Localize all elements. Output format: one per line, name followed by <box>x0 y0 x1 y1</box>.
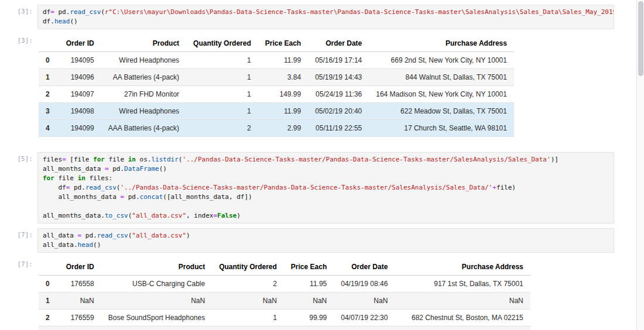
table-cell: NaN <box>59 293 101 310</box>
column-header: Purchase Address <box>395 259 530 276</box>
row-index: 0 <box>39 276 59 293</box>
dataframe-table: Order IDProductQuantity OrderedPrice Eac… <box>39 35 514 137</box>
table-cell: 917 1st St, Dallas, TX 75001 <box>395 276 530 293</box>
code-token-fn: read_csv <box>70 8 101 16</box>
table-cell: 194097 <box>59 86 101 103</box>
table-cell: 1 <box>212 310 284 326</box>
code-token-fn: read_csv <box>85 184 117 191</box>
column-header: Price Each <box>284 259 334 276</box>
execution-prompt: [3]: <box>0 34 37 44</box>
table-row: 219409727in FHD Monitor1149.9905/24/19 1… <box>39 86 514 103</box>
code-token-txt: df <box>43 184 66 191</box>
table-cell: 11.99 <box>258 52 308 69</box>
code-token-txt: file <box>105 156 128 163</box>
table-cell: 05/24/19 11:36 <box>308 86 369 103</box>
table-cell: 176560 <box>59 326 101 330</box>
table-cell: 27in FHD Monitor <box>101 86 186 103</box>
code-token-str: "all_data.csv" <box>132 212 186 219</box>
code-token-fn: to_csv <box>105 212 128 219</box>
code-token-fn: read_csv <box>97 232 128 239</box>
table-cell: 05/19/19 14:43 <box>308 69 369 86</box>
table-cell: 17 Church St, Seattle, WA 98101 <box>369 120 514 137</box>
code-editor[interactable]: all_data = pd.read_csv("all_data.csv")al… <box>37 228 614 253</box>
column-header: Order Date <box>308 35 369 52</box>
table-cell: 194095 <box>59 52 101 69</box>
table-cell: 669 2nd St, New York City, NY 10001 <box>369 52 514 69</box>
column-header: Product <box>101 35 186 52</box>
code-token-fn: head <box>78 241 94 249</box>
column-header: Purchase Address <box>369 35 514 52</box>
column-header: Order ID <box>59 35 101 52</box>
code-line: all_months_data.to_csv("all_data.csv", i… <box>43 211 609 221</box>
column-header: Order ID <box>59 259 101 276</box>
code-token-txt: file <box>54 174 78 182</box>
table-cell: 05/02/19 20:40 <box>308 103 369 120</box>
column-header: Order Date <box>334 259 395 276</box>
code-editor[interactable]: df= pd.read_csv(r"C:\Users\mayur\Downloa… <box>37 5 614 29</box>
index-column-header <box>39 35 59 52</box>
code-line: all_data = pd.read_csv("all_data.csv") <box>43 231 609 240</box>
table-cell: 1 <box>186 103 258 120</box>
output-area: Order IDProductQuantity OrderedPrice Eac… <box>37 34 636 137</box>
header-row: Order IDProductQuantity OrderedPrice Eac… <box>39 35 514 52</box>
code-token-txt: () <box>93 241 101 249</box>
table-cell: NaN <box>334 293 395 310</box>
output-area: Order IDProductQuantity OrderedPrice Eac… <box>37 257 636 330</box>
code-token-str: '../Pandas-Data-Science-Tasks-master/Pan… <box>120 184 492 191</box>
column-header: Quantity Ordered <box>212 259 284 276</box>
table-cell: 194098 <box>59 103 101 120</box>
code-token-kw: False <box>217 212 237 219</box>
table-cell: 2 <box>212 276 284 293</box>
code-token-op: = <box>50 8 54 16</box>
table-cell: 1 <box>186 52 258 69</box>
code-token-fn: concat <box>140 193 163 201</box>
code-token-str: r"C:\Users\mayur\Downloads\Pandas-Data-S… <box>105 8 614 16</box>
code-token-txt: files <box>43 156 62 163</box>
table-cell: 194096 <box>59 69 101 86</box>
table-cell: 176559 <box>59 310 101 326</box>
code-token-kw: in <box>78 174 85 182</box>
table-cell: 682 Chestnut St, Boston, MA 02215 <box>395 310 530 326</box>
code-token-txt: [file <box>66 156 93 163</box>
row-index: 1 <box>39 69 59 86</box>
scrollbar-thumb[interactable] <box>638 1 643 76</box>
table-cell: NaN <box>395 293 530 310</box>
table-cell: 600 <box>284 326 334 330</box>
code-token-txt: ) <box>186 232 190 239</box>
table-cell: 04/19/19 08:46 <box>334 276 395 293</box>
vertical-scrollbar[interactable] <box>636 0 644 330</box>
code-token-txt: files: <box>85 174 112 182</box>
code-token-txt: , index <box>186 212 213 219</box>
row-index: 2 <box>39 310 59 326</box>
table-row: 3176560Google Phone160004/12/19 14:38669… <box>39 326 530 330</box>
output-cell: [3]:Order IDProductQuantity OrderedPrice… <box>0 34 636 137</box>
code-line: all_months_data = pd.DataFrame() <box>43 164 609 174</box>
code-token-txt: all_data. <box>43 241 78 249</box>
table-cell: 2 <box>186 120 258 137</box>
code-token-fn: DataFrame <box>124 165 159 173</box>
code-line <box>43 202 609 211</box>
table-cell: NaN <box>284 293 334 310</box>
table-row: 0194095Wired Headphones111.9905/16/19 17… <box>39 52 514 69</box>
code-cell: [7]:all_data = pd.read_csv("all_data.csv… <box>0 228 636 253</box>
table-row: 1194096AA Batteries (4-pack)13.8405/19/1… <box>39 69 514 86</box>
table-cell: AA Batteries (4-pack) <box>101 69 186 86</box>
table-cell: Wired Headphones <box>101 52 186 69</box>
table-cell: 844 Walnut St, Dallas, TX 75001 <box>369 69 514 86</box>
code-token-txt: ([all_months_data, df]) <box>163 193 252 201</box>
table-cell: NaN <box>101 293 212 310</box>
code-editor[interactable]: files= [file for file in os.listdir('../… <box>37 152 614 224</box>
table-cell: 669 Spruce St, Los Angeles, CA 90001 <box>395 326 530 330</box>
code-token-txt: all_data <box>43 232 78 239</box>
code-token-txt: () <box>159 165 167 173</box>
code-line: df= pd.read_csv('../Pandas-Data-Science-… <box>43 183 609 192</box>
execution-prompt: [5]: <box>0 152 37 163</box>
table-cell: Bose SoundSport Headphones <box>101 310 212 326</box>
code-line: for file in files: <box>43 174 609 183</box>
notebook: [3]:df= pd.read_csv(r"C:\Users\mayur\Dow… <box>0 5 636 330</box>
code-token-str: '../Pandas-Data-Science-Tasks-master/Pan… <box>182 156 550 163</box>
code-token-txt: () <box>70 18 77 25</box>
execution-prompt: [7]: <box>0 257 37 268</box>
table-cell: 04/07/19 22:30 <box>334 310 395 326</box>
code-line: files= [file for file in os.listdir('../… <box>43 155 609 164</box>
